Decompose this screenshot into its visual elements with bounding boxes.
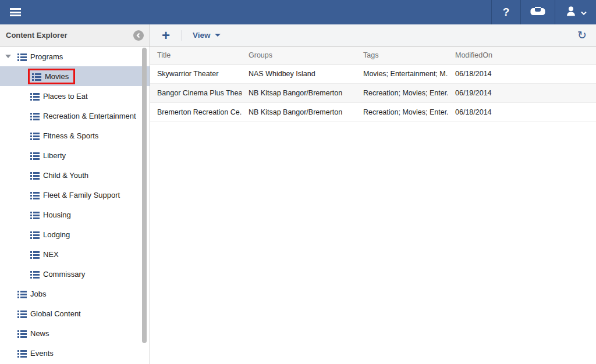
help-button[interactable]: ? bbox=[491, 0, 520, 24]
tree-item-label: Lodging bbox=[43, 230, 70, 239]
tree-item-housing[interactable]: Housing bbox=[0, 205, 150, 224]
view-dropdown-label: View bbox=[193, 31, 211, 40]
menu-button[interactable] bbox=[0, 0, 30, 24]
column-header-modifiedon[interactable]: ModifiedOn bbox=[448, 47, 596, 64]
tree-item-label: NEX bbox=[43, 250, 59, 259]
sidebar-collapse-button[interactable] bbox=[133, 30, 144, 41]
list-icon bbox=[17, 310, 27, 317]
sidebar-tree-panel: ProgramsMoviesPlaces to EatRecreation & … bbox=[0, 47, 150, 364]
list-icon bbox=[17, 290, 27, 298]
tree-item-places-to-eat[interactable]: Places to Eat bbox=[0, 86, 150, 106]
tree-item-programs[interactable]: Programs bbox=[0, 47, 150, 66]
view-dropdown[interactable]: View bbox=[193, 31, 221, 40]
tree-item-lodging[interactable]: Lodging bbox=[0, 224, 150, 244]
page-title: Content Explorer bbox=[6, 31, 67, 40]
column-header-tags[interactable]: Tags bbox=[356, 47, 448, 64]
tree-item-label: Movies bbox=[45, 72, 69, 81]
tree-item-fitness-and-sports[interactable]: Fitness & Sports bbox=[0, 126, 150, 145]
list-icon bbox=[17, 330, 27, 337]
list-icon bbox=[30, 211, 40, 219]
table-cell: Skywarrior Theater bbox=[150, 64, 242, 83]
table-cell: NAS Whidbey Island bbox=[242, 64, 356, 83]
tree-item-news[interactable]: News bbox=[0, 323, 150, 343]
tree-item-label: Global Content bbox=[30, 309, 81, 318]
list-icon bbox=[30, 172, 40, 179]
tree-item-global-content[interactable]: Global Content bbox=[0, 304, 150, 323]
column-header-title[interactable]: Title bbox=[150, 47, 242, 64]
tree-item-fleet-and-family-support[interactable]: Fleet & Family Support bbox=[0, 185, 150, 205]
tree-item-label: Fleet & Family Support bbox=[43, 191, 120, 199]
tree-item-label: Jobs bbox=[30, 290, 46, 298]
tree-item-jobs[interactable]: Jobs bbox=[0, 284, 150, 304]
top-app-bar: ? bbox=[0, 0, 596, 24]
table-cell: Bangor Cinema Plus Thea... bbox=[150, 83, 242, 102]
tree-item-label: Programs bbox=[30, 52, 63, 61]
list-icon bbox=[30, 152, 40, 159]
table-cell: NB Kitsap Bangor/Bremerton bbox=[242, 102, 356, 122]
expander-caret-icon[interactable] bbox=[5, 55, 11, 58]
tree-item-liberty[interactable]: Liberty bbox=[0, 145, 150, 165]
tree-item-commissary[interactable]: Commissary bbox=[0, 264, 150, 284]
chevron-left-icon bbox=[136, 33, 141, 38]
hamburger-icon bbox=[10, 7, 21, 18]
sidebar-scrollbar-thumb[interactable] bbox=[142, 48, 147, 343]
add-button[interactable]: + bbox=[162, 30, 170, 41]
list-icon bbox=[30, 191, 40, 199]
tree-item-label: Fitness & Sports bbox=[43, 131, 98, 140]
table-cell: Bremerton Recreation Ce... bbox=[150, 102, 242, 122]
phone-handset-icon bbox=[530, 7, 545, 18]
tree-item-events[interactable]: Events bbox=[0, 343, 150, 363]
content-grid-panel: TitleGroupsTagsModifiedOn Skywarrior The… bbox=[150, 47, 596, 364]
table-cell: NB Kitsap Bangor/Bremerton bbox=[242, 83, 356, 102]
table-cell: Movies; Entertainment; M... bbox=[356, 64, 448, 83]
sidebar-tree: ProgramsMoviesPlaces to EatRecreation & … bbox=[0, 47, 150, 363]
toolbar-divider bbox=[182, 30, 182, 41]
list-icon bbox=[30, 231, 40, 238]
tree-item-movies[interactable]: Movies bbox=[0, 66, 150, 86]
list-icon bbox=[30, 251, 40, 258]
tree-item-label: Places to Eat bbox=[43, 92, 88, 101]
user-menu-button[interactable] bbox=[555, 0, 596, 24]
help-icon: ? bbox=[503, 6, 510, 19]
tree-item-label: News bbox=[30, 329, 49, 338]
tree-item-label: Liberty bbox=[43, 151, 66, 160]
column-header-groups[interactable]: Groups bbox=[242, 47, 356, 64]
tree-item-recreation-and-entertainment[interactable]: Recreation & Entertainment bbox=[0, 106, 150, 126]
table-cell: 06/18/2014 bbox=[448, 64, 596, 83]
list-icon bbox=[30, 92, 40, 100]
chevron-down-icon bbox=[581, 7, 587, 17]
table-cell: 06/18/2014 bbox=[448, 102, 596, 122]
table-row[interactable]: Bremerton Recreation Ce...NB Kitsap Bang… bbox=[150, 102, 596, 122]
tree-item-label: Events bbox=[30, 349, 54, 358]
table-row[interactable]: Bangor Cinema Plus Thea...NB Kitsap Bang… bbox=[150, 83, 596, 102]
person-icon bbox=[565, 5, 577, 20]
list-icon bbox=[32, 73, 41, 80]
content-table: TitleGroupsTagsModifiedOn Skywarrior The… bbox=[150, 47, 596, 122]
tree-item-nex[interactable]: NEX bbox=[0, 244, 150, 264]
phone-button[interactable] bbox=[520, 0, 555, 24]
list-icon bbox=[30, 132, 40, 140]
refresh-button[interactable]: ↻ bbox=[577, 28, 587, 42]
list-icon bbox=[17, 53, 27, 60]
tree-item-label: Recreation & Entertainment bbox=[43, 112, 136, 120]
table-cell: Recreation; Movies; Enter... bbox=[356, 102, 448, 122]
sub-header: Content Explorer + View ↻ bbox=[0, 24, 596, 47]
annotation-highlight-box: Movies bbox=[28, 69, 75, 84]
table-cell: Recreation; Movies; Enter... bbox=[356, 83, 448, 102]
sidebar-header: Content Explorer bbox=[0, 24, 150, 46]
chevron-down-icon bbox=[215, 34, 221, 37]
table-row[interactable]: Skywarrior TheaterNAS Whidbey IslandMovi… bbox=[150, 64, 596, 83]
tree-item-label: Housing bbox=[43, 210, 71, 219]
table-body: Skywarrior TheaterNAS Whidbey IslandMovi… bbox=[150, 64, 596, 122]
tree-item-label: Commissary bbox=[43, 270, 85, 279]
table-header-row: TitleGroupsTagsModifiedOn bbox=[150, 47, 596, 64]
toolbar: + View ↻ bbox=[150, 24, 596, 46]
list-icon bbox=[17, 349, 27, 357]
tree-item-label: Child & Youth bbox=[43, 171, 88, 180]
tree-item-child-and-youth[interactable]: Child & Youth bbox=[0, 165, 150, 185]
list-icon bbox=[30, 112, 40, 120]
list-icon bbox=[30, 270, 40, 278]
table-cell: 06/19/2014 bbox=[448, 83, 596, 102]
